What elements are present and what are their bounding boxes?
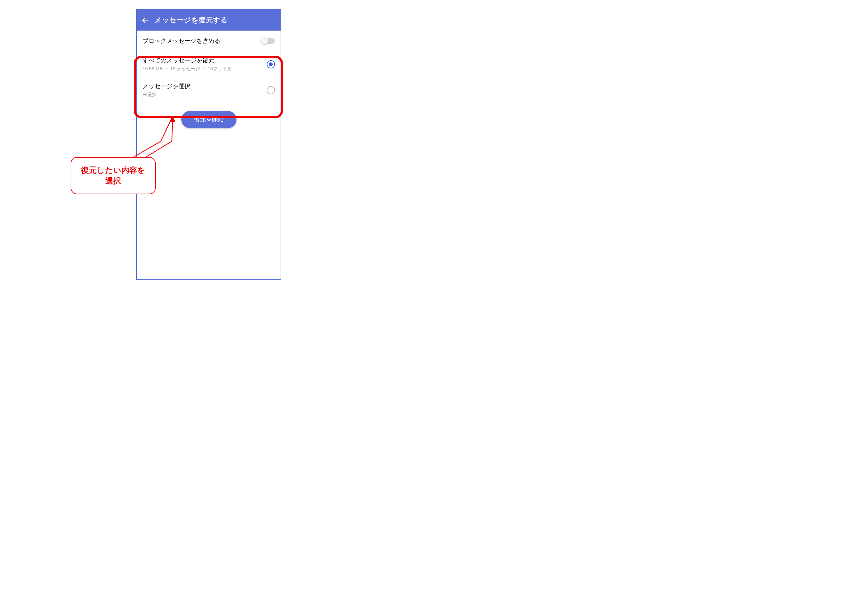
include-blocked-toggle[interactable]: [262, 38, 275, 44]
option-restore-all[interactable]: すべてのメッセージを復元 19.59 MB ・ 15 メッセージ ・ 10ファイ…: [139, 52, 278, 77]
start-restore-button[interactable]: 復元を開始: [181, 111, 236, 128]
annotation-callout: 復元したい内容を 選択: [71, 157, 156, 194]
option-restore-all-sub: 19.59 MB ・ 15 メッセージ ・ 10ファイル: [142, 66, 267, 72]
phone-frame: メッセージを復元する ブロックメッセージを含める すべてのメッセージを復元 19…: [136, 9, 281, 280]
option-select-messages[interactable]: メッセージを選択 未選択: [139, 77, 278, 103]
toggle-knob-icon: [261, 37, 268, 44]
include-blocked-row[interactable]: ブロックメッセージを含める: [137, 30, 280, 52]
annotation-callout-text: 復元したい内容を 選択: [81, 165, 145, 186]
radio-restore-all-icon[interactable]: [267, 60, 275, 68]
app-bar: メッセージを復元する: [137, 10, 280, 30]
restore-options-group: すべてのメッセージを復元 19.59 MB ・ 15 メッセージ ・ 10ファイ…: [139, 52, 278, 103]
option-select-messages-sub: 未選択: [142, 92, 267, 98]
option-restore-all-title: すべてのメッセージを復元: [142, 56, 267, 65]
back-arrow-icon[interactable]: [141, 16, 150, 24]
radio-select-messages-icon[interactable]: [267, 86, 275, 94]
include-blocked-label: ブロックメッセージを含める: [142, 37, 220, 45]
option-select-messages-title: メッセージを選択: [142, 82, 267, 91]
page-title: メッセージを復元する: [155, 15, 228, 25]
